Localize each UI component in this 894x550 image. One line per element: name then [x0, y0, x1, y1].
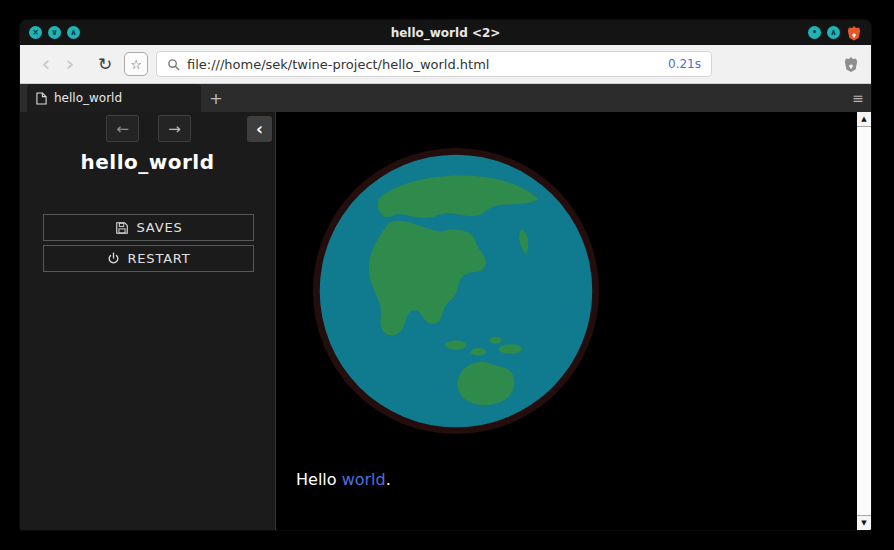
- passage-text: Hello world.: [296, 470, 391, 489]
- triangle-up-icon: ▲: [861, 115, 866, 123]
- tabbar-spacer: [231, 84, 845, 112]
- vertical-scrollbar[interactable]: ▲ ▼: [857, 112, 871, 530]
- plus-icon: +: [209, 89, 222, 108]
- star-icon: ☆: [130, 57, 142, 72]
- chevron-up-icon: ∧: [70, 28, 77, 37]
- scroll-down-button[interactable]: ▼: [857, 516, 871, 530]
- browser-toolbar: ‹ › ↻ ☆ file:///home/sek/twine-project/h…: [20, 45, 871, 84]
- tab-hello-world[interactable]: hello_world: [27, 84, 201, 112]
- bookmark-button[interactable]: ☆: [124, 52, 148, 76]
- reload-button[interactable]: ↻: [92, 54, 118, 74]
- reload-icon: ↻: [98, 54, 112, 74]
- story-undo-button[interactable]: ←: [106, 115, 139, 142]
- restart-button-label: RESTART: [128, 251, 191, 266]
- arrow-right-icon: →: [168, 120, 181, 138]
- window-close-button[interactable]: ×: [29, 26, 42, 39]
- passage-area: Hello world.: [276, 112, 857, 530]
- page-load-timer: 0.21s: [668, 57, 701, 71]
- url-bar[interactable]: file:///home/sek/twine-project/hello_wor…: [156, 51, 712, 77]
- tab-bar: hello_world + ≡: [20, 84, 871, 112]
- shield-icon[interactable]: [843, 56, 859, 73]
- passage-text-after: .: [386, 470, 391, 489]
- window-controls-right: • ∧: [808, 25, 871, 41]
- dot-icon: •: [812, 28, 817, 37]
- back-icon: ‹: [42, 51, 51, 76]
- story-title: hello_world: [20, 150, 275, 174]
- saves-button-label: SAVES: [137, 220, 183, 235]
- window-shade-button[interactable]: ∧: [827, 26, 840, 39]
- passage-link-world[interactable]: world: [342, 470, 386, 489]
- save-icon: [115, 221, 129, 235]
- story-redo-button[interactable]: →: [158, 115, 191, 142]
- page-content: ← → ‹ hello_world SAVES: [20, 112, 871, 530]
- window-maximize-button[interactable]: ∧: [67, 26, 80, 39]
- story-sidebar: ← → ‹ hello_world SAVES: [20, 112, 276, 530]
- window-pin-button[interactable]: •: [808, 26, 821, 39]
- sidebar-collapse-button[interactable]: ‹: [247, 116, 272, 142]
- arrow-left-icon: ←: [116, 120, 129, 138]
- passage-text-before: Hello: [296, 470, 342, 489]
- back-button[interactable]: ‹: [34, 53, 58, 75]
- menu-icon: ≡: [852, 90, 864, 106]
- close-icon: ×: [32, 28, 39, 37]
- window-titlebar[interactable]: × ∨ ∧ hello_world <2> • ∧: [20, 20, 871, 45]
- url-text: file:///home/sek/twine-project/hello_wor…: [187, 57, 661, 72]
- restart-button[interactable]: RESTART: [43, 245, 254, 272]
- window-controls-left: × ∨ ∧: [20, 26, 80, 39]
- forward-icon: ›: [66, 51, 75, 76]
- forward-button[interactable]: ›: [58, 53, 82, 75]
- earth-globe-image: [311, 146, 601, 436]
- scroll-up-button[interactable]: ▲: [857, 112, 871, 126]
- scrollbar-thumb[interactable]: [857, 126, 871, 516]
- tab-menu-button[interactable]: ≡: [845, 84, 871, 112]
- chevron-down-icon: ∨: [51, 28, 58, 37]
- tab-label: hello_world: [54, 91, 122, 105]
- power-icon: [107, 252, 120, 265]
- window-minimize-button[interactable]: ∨: [48, 26, 61, 39]
- page-icon: [36, 92, 47, 105]
- window-title: hello_world <2>: [20, 26, 871, 40]
- chevron-left-icon: ‹: [256, 119, 263, 139]
- chevron-up-icon: ∧: [830, 28, 837, 37]
- browser-window: × ∨ ∧ hello_world <2> • ∧: [19, 19, 872, 531]
- brave-logo-icon: [846, 25, 862, 41]
- triangle-down-icon: ▼: [861, 519, 866, 527]
- saves-button[interactable]: SAVES: [43, 214, 254, 241]
- new-tab-button[interactable]: +: [201, 84, 231, 112]
- search-icon: [167, 58, 180, 71]
